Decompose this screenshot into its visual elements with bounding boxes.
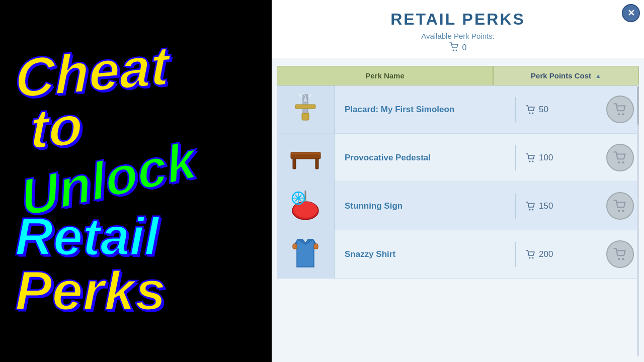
perk-cost-cell: 100: [516, 145, 606, 170]
perk-image-cell: [277, 230, 335, 278]
svg-point-30: [532, 209, 534, 210]
table-header: Perk Name Perk Points Cost ▲: [277, 66, 639, 85]
perk-buy-button[interactable]: [606, 144, 634, 171]
svg-point-40: [532, 257, 534, 258]
perk-cost-cell: 50: [516, 97, 606, 122]
svg-point-11: [618, 113, 620, 115]
svg-point-0: [452, 50, 454, 51]
cost-cart-icon: [526, 202, 536, 211]
available-perk-points-label: Available Perk Points:: [282, 32, 634, 40]
perks-text: Perks: [15, 263, 166, 318]
perk-name: Snazzy Shirt: [335, 242, 516, 267]
perk-cost-value: 50: [539, 105, 548, 115]
left-panel: Cheat to Unlock Retail Perks: [0, 0, 272, 362]
svg-rect-14: [293, 159, 296, 169]
perk-row: Placard: My First Simoleon 50: [277, 85, 639, 134]
svg-rect-3: [295, 105, 315, 109]
perk-name: Provocative Pedestal: [335, 145, 516, 170]
perk-image-cell: [277, 182, 335, 230]
column-header-perk-cost-label: Perk Points Cost: [531, 71, 591, 80]
close-icon: ✕: [627, 8, 635, 19]
svg-point-9: [529, 112, 531, 114]
perk-cost-value: 200: [539, 249, 553, 259]
svg-point-42: [622, 258, 624, 260]
svg-point-12: [622, 113, 624, 115]
svg-rect-16: [291, 152, 320, 155]
svg-line-8: [309, 95, 311, 97]
perk-cost-value: 150: [539, 201, 553, 211]
cost-cart-icon: [526, 153, 536, 162]
buy-cart-icon: [613, 151, 627, 164]
perk-buy-button[interactable]: [606, 240, 634, 268]
to-text: to: [30, 97, 83, 157]
perk-points-number: 0: [462, 43, 467, 52]
buy-cart-icon: [613, 103, 627, 116]
svg-rect-4: [302, 113, 309, 120]
perk-buy-button[interactable]: [606, 96, 634, 123]
perk-row: Stunning Sign 150: [277, 182, 639, 230]
svg-point-39: [529, 257, 531, 258]
svg-point-41: [618, 258, 620, 260]
left-text-block: Cheat to Unlock Retail Perks: [0, 34, 272, 328]
cart-icon: [449, 42, 459, 53]
perk-row: Provocative Pedestal 100: [277, 134, 639, 182]
sort-arrow-icon: ▲: [595, 72, 601, 79]
svg-line-6: [299, 94, 302, 97]
svg-point-29: [529, 209, 531, 210]
perk-name: Stunning Sign: [335, 194, 516, 219]
svg-point-17: [529, 160, 531, 162]
right-panel: ✕ Retail Perks Available Perk Points: 0 …: [272, 0, 644, 362]
svg-point-31: [618, 210, 620, 212]
svg-point-32: [622, 210, 624, 212]
page-title: Retail Perks: [282, 10, 634, 29]
column-header-perk-cost[interactable]: Perk Points Cost ▲: [493, 66, 639, 85]
svg-rect-37: [293, 244, 297, 249]
perks-list: Placard: My First Simoleon 50: [277, 85, 639, 357]
cheat-text: Cheat: [15, 37, 169, 106]
perk-icon-sword: [285, 89, 326, 130]
buy-cart-icon: [613, 248, 627, 260]
cost-cart-icon: [526, 105, 536, 114]
perk-cost-cell: 200: [516, 242, 606, 267]
perk-row: Snazzy Shirt 200: [277, 230, 639, 279]
perk-icon-sign: [285, 186, 326, 226]
column-header-perk-name[interactable]: Perk Name: [277, 66, 493, 85]
header-section: Retail Perks Available Perk Points: 0: [272, 0, 644, 58]
svg-point-20: [622, 161, 624, 163]
close-button[interactable]: ✕: [622, 4, 640, 22]
svg-point-10: [532, 112, 534, 114]
cost-cart-icon: [526, 250, 536, 259]
perk-buy-button[interactable]: [606, 192, 634, 220]
perk-image-cell: [277, 85, 335, 133]
scrollbar-track[interactable]: [637, 85, 639, 357]
perk-image-cell: [277, 134, 335, 182]
perk-icon-shirt: [285, 234, 326, 275]
perk-points-value: 0: [282, 42, 634, 53]
svg-point-19: [618, 161, 620, 163]
svg-point-18: [532, 160, 534, 162]
perk-cost-value: 100: [539, 153, 553, 163]
svg-rect-38: [314, 244, 318, 249]
perk-cost-cell: 150: [516, 194, 606, 219]
svg-rect-15: [315, 159, 318, 169]
perk-name: Placard: My First Simoleon: [335, 97, 516, 122]
svg-point-1: [455, 50, 457, 51]
perk-icon-table: [285, 138, 326, 178]
scrollbar-thumb[interactable]: [637, 85, 639, 126]
buy-cart-icon: [613, 200, 627, 212]
